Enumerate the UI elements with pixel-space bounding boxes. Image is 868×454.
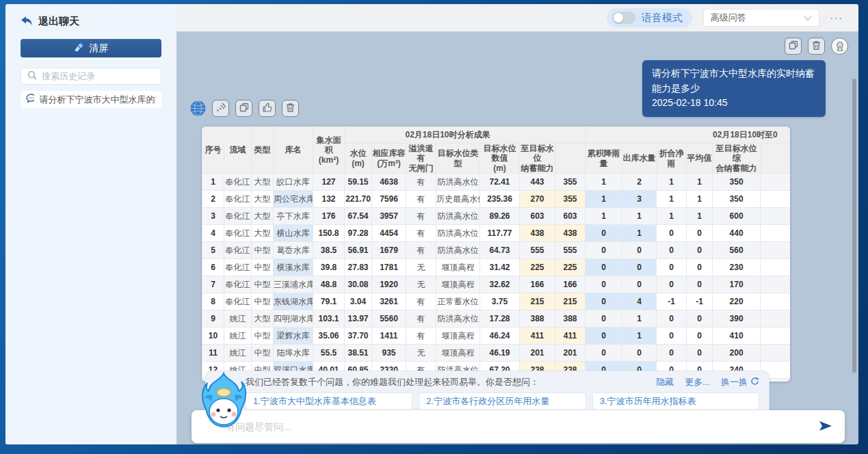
table-cell: 奉化江 [224,293,252,310]
table-cell: 0 [622,259,657,276]
reservoir-name-cell[interactable]: 周公宅水库 [274,191,313,208]
table-cell: 1411 [372,328,406,345]
table-cell: 176 [313,208,345,225]
empty-cell [761,310,790,328]
exit-chat-label: 退出聊天 [38,15,79,28]
back-arrow-icon [21,16,33,28]
table-cell: 0 [657,310,687,328]
table-cell: 225 [555,259,586,276]
delete-answer-button[interactable] [282,100,299,117]
reservoir-name-cell[interactable]: 四明湖水库 [274,310,313,328]
table-cell: 1 [687,191,713,208]
reservoir-name-cell[interactable]: 皎口水库 [274,174,313,191]
table-cell: 0 [657,276,687,293]
toggle-switch[interactable] [612,12,635,24]
composer-bar [192,410,845,443]
table-row: 6奉化江中型横溪水库39.827.831781无堰顶高程31.422252250… [202,259,791,276]
clear-screen-button[interactable]: 清屏 [21,39,161,57]
send-button[interactable] [819,420,832,434]
reservoir-table-card[interactable]: 序号流域类型库名集水面积 (km²)02月18日10时分析成果02月18日10时… [202,126,790,382]
table-cell: 有 [406,174,436,191]
column-header: 目标水位类型 [436,144,480,174]
history-item[interactable]: 请分析下宁波市大中型水库的实时... [21,91,161,108]
more-dots-icon[interactable]: ... [830,10,843,26]
table-cell: 37.70 [345,328,372,345]
table-cell: 奉化江 [224,174,252,191]
column-header [555,144,586,174]
mode-select-dropdown[interactable]: 高级问答 [703,9,819,27]
table-cell: 5560 [372,310,406,328]
table-cell: 27.83 [345,259,372,276]
search-history-input[interactable] [42,71,162,81]
reservoir-name-cell[interactable]: 三溪浦水库 [274,276,313,293]
table-cell: 4 [202,225,224,242]
bot-actions-row [190,100,299,117]
reservoir-name-cell[interactable]: 横山水库 [274,225,313,242]
table-row: 8奉化江中型东钱湖水库79.13.043261有正常蓄水位3.752152150… [202,293,791,310]
reservoir-name-cell[interactable]: 梁辉水库 [274,328,313,345]
table-row: 11姚江中型陆埠水库55.538.51935无堰顶高程46.1920120100… [202,345,791,362]
table-cell: 555 [555,242,586,259]
suggestion-button[interactable]: 3.宁波市历年用水指标表 [592,392,759,410]
suggestion-button[interactable]: 1.宁波市大中型水库基本信息表 [246,392,412,410]
table-cell: 270 [520,191,555,208]
empty-cell [761,225,790,242]
reservoir-name-cell[interactable]: 陆埠水库 [274,345,313,362]
table-cell: 姚江 [224,328,252,345]
table-cell: 560 [713,242,761,259]
read-aloud-button[interactable] [212,100,229,117]
reservoir-name-cell[interactable]: 横溪水库 [274,259,313,276]
clear-screen-label: 清屏 [89,42,108,55]
table-cell: 1 [657,208,687,225]
table-cell: 30.08 [345,276,372,293]
reservoir-name-cell[interactable]: 亭下水库 [274,208,313,225]
voice-mode-toggle[interactable]: 语音模式 [607,8,692,27]
hide-suggestions-link[interactable]: 隐藏 [656,376,674,388]
table-cell: 正常蓄水位 [436,293,480,310]
column-header [761,144,790,174]
swap-suggestions-link[interactable]: 换一换 [721,376,759,388]
table-cell: 38.51 [345,345,372,362]
table-cell: 38.5 [313,242,345,259]
table-cell: 411 [520,328,555,345]
table-cell: 220 [713,293,761,310]
table-cell: 440 [713,225,761,242]
copy-answer-button[interactable] [235,100,252,117]
reservoir-name-cell[interactable]: 葛岙水库 [274,242,313,259]
more-suggestions-link[interactable]: 更多... [685,376,710,388]
empty-cell [761,259,790,276]
search-history-box [21,68,161,85]
message-actions [785,38,848,55]
table-cell: 59.15 [345,174,372,191]
copy-message-button[interactable] [785,38,802,55]
table-cell: 1 [586,174,622,191]
table-cell: 奉化江 [224,191,252,208]
copy-icon [239,103,249,115]
user-avatar-icon[interactable] [831,38,848,55]
reservoir-table-head: 序号流域类型库名集水面积 (km²)02月18日10时分析成果02月18日10时… [202,127,791,174]
sound-icon [216,103,226,115]
composer-input[interactable] [226,421,819,432]
top-toolbar: 语音模式 高级问答 ... [176,4,858,31]
table-cell: 3 [622,191,657,208]
delete-message-button[interactable] [808,38,825,55]
table-cell: 17.28 [480,310,520,328]
table-cell: 56.91 [345,242,372,259]
table-cell: 221.70 [345,191,372,208]
thumbs-up-button[interactable] [259,100,276,117]
table-cell: 35.06 [313,328,345,345]
reservoir-name-cell[interactable]: 东钱湖水库 [274,293,313,310]
table-cell: 历史最高水位 [436,191,480,208]
table-cell: 79.1 [313,293,345,310]
table-cell: 大型 [252,191,274,208]
column-header: 至目标水位 纳蓄能力 [520,144,555,174]
table-cell: 中型 [252,276,274,293]
table-cell: 1 [622,225,657,242]
suggestion-button[interactable]: 2.宁波市各行政分区历年用水量 [419,392,586,410]
exit-chat-button[interactable]: 退出聊天 [21,15,161,28]
table-cell: 350 [713,174,761,191]
table-row: 7奉化江中型三溪浦水库48.830.081920无堰顶高程32.62166166… [202,276,791,293]
trash-icon [286,103,295,115]
chat-scrollbar[interactable] [852,79,856,373]
table-cell: 89.26 [480,208,520,225]
